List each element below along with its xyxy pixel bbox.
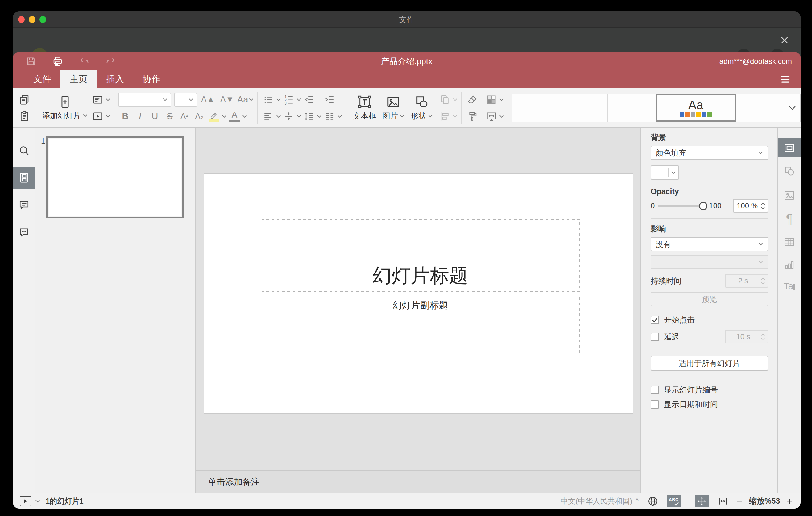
redo-button[interactable] bbox=[104, 54, 118, 68]
theme-gallery-expand-button[interactable] bbox=[784, 94, 801, 122]
opacity-max-label: 100 bbox=[709, 202, 721, 210]
text-art-settings-button[interactable]: Ta bbox=[778, 277, 801, 296]
numbering-button[interactable]: 123 bbox=[282, 93, 301, 107]
horizontal-align-button[interactable] bbox=[261, 109, 281, 123]
start-slideshow-button[interactable] bbox=[91, 109, 111, 123]
dialog-header-strip bbox=[13, 28, 801, 53]
background-color-picker[interactable] bbox=[651, 165, 679, 180]
text-art-icon: Ta bbox=[784, 281, 793, 291]
bold-button[interactable]: B bbox=[118, 109, 132, 123]
tab-insert[interactable]: 插入 bbox=[97, 70, 133, 88]
strikethrough-button[interactable]: S bbox=[163, 109, 177, 123]
image-settings-button[interactable] bbox=[778, 186, 801, 205]
align-shape-button[interactable] bbox=[438, 109, 458, 123]
bullets-button[interactable] bbox=[261, 93, 281, 107]
insert-textbox-button[interactable]: 文本框 bbox=[350, 91, 379, 125]
opacity-spinbox[interactable]: 100 % bbox=[733, 199, 768, 212]
undo-button[interactable] bbox=[77, 54, 91, 68]
paragraph-settings-button[interactable]: ¶ bbox=[778, 209, 801, 228]
delay-checkbox[interactable] bbox=[651, 333, 659, 341]
arrange-shape-button[interactable] bbox=[438, 93, 458, 107]
duration-label: 持续时间 bbox=[651, 276, 682, 286]
show-date-time-checkbox[interactable] bbox=[651, 400, 659, 409]
chat-panel-button[interactable] bbox=[13, 222, 35, 243]
chevron-down-icon[interactable] bbox=[35, 499, 40, 503]
notes-area[interactable]: 单击添加备注 bbox=[196, 470, 640, 493]
spellcheck-icon: ABC bbox=[669, 497, 679, 502]
highlight-color-button[interactable] bbox=[207, 109, 227, 123]
set-language-button[interactable] bbox=[646, 495, 660, 507]
slide-size-icon bbox=[486, 111, 497, 122]
line-spacing-button[interactable] bbox=[302, 109, 322, 123]
increase-font-button[interactable]: A▲ bbox=[201, 93, 215, 107]
spinner-arrows[interactable] bbox=[761, 202, 765, 209]
paste-button[interactable] bbox=[17, 109, 31, 123]
italic-button[interactable]: I bbox=[133, 109, 147, 123]
table-settings-button[interactable] bbox=[778, 232, 801, 252]
font-color-button[interactable]: A bbox=[227, 109, 247, 123]
color-scheme-button[interactable] bbox=[484, 93, 504, 107]
theme-thumbnail[interactable] bbox=[608, 94, 656, 122]
clear-style-button[interactable] bbox=[465, 93, 480, 107]
language-selector[interactable]: 中文(中华人民共和国) ^ bbox=[560, 496, 639, 506]
theme-thumbnail[interactable] bbox=[736, 94, 784, 122]
slide-layout-button[interactable] bbox=[91, 93, 111, 107]
start-on-click-checkbox[interactable] bbox=[651, 316, 659, 324]
increase-indent-button[interactable] bbox=[322, 93, 337, 107]
chevron-down-icon bbox=[453, 114, 458, 118]
tab-file[interactable]: 文件 bbox=[24, 70, 60, 88]
save-button[interactable] bbox=[24, 54, 38, 68]
slide-thumbnail[interactable] bbox=[46, 136, 183, 219]
shape-settings-button[interactable] bbox=[778, 162, 801, 180]
search-panel-button[interactable] bbox=[13, 140, 35, 162]
change-case-button[interactable]: Aa bbox=[237, 93, 254, 107]
theme-thumbnail[interactable] bbox=[512, 94, 560, 122]
app-window: 文件 产品介绍 bbox=[13, 11, 801, 509]
comments-panel-button[interactable] bbox=[13, 194, 35, 216]
theme-thumbnail[interactable] bbox=[560, 94, 608, 122]
background-fill-select[interactable]: 颜色填充 bbox=[651, 146, 768, 160]
spell-check-button[interactable]: ABC bbox=[667, 495, 681, 507]
decrease-font-button[interactable]: A▼ bbox=[220, 93, 234, 107]
chart-settings-button[interactable] bbox=[778, 256, 801, 275]
start-slideshow-status-button[interactable] bbox=[20, 496, 31, 506]
font-name-combobox[interactable] bbox=[118, 93, 171, 107]
close-dialog-button[interactable] bbox=[778, 33, 791, 47]
effect-select[interactable]: 没有 bbox=[651, 237, 768, 251]
apply-to-all-slides-button[interactable]: 适用于所有幻灯片 bbox=[651, 356, 768, 371]
slides-panel-button[interactable] bbox=[13, 167, 35, 189]
print-button[interactable] bbox=[51, 54, 65, 68]
insert-image-button[interactable]: 图片 bbox=[379, 91, 408, 125]
theme-thumbnail-selected[interactable]: Aa bbox=[656, 94, 736, 122]
slide-settings-button[interactable] bbox=[778, 138, 801, 157]
font-size-combobox[interactable] bbox=[174, 93, 197, 107]
vertical-align-button[interactable] bbox=[282, 109, 301, 123]
copy-style-button[interactable] bbox=[465, 109, 480, 123]
menu-button[interactable] bbox=[778, 73, 792, 86]
insert-shape-button[interactable]: 形状 bbox=[408, 91, 436, 125]
tab-collaboration[interactable]: 协作 bbox=[133, 70, 170, 88]
fit-to-width-button[interactable] bbox=[716, 495, 730, 507]
slide-size-button[interactable] bbox=[484, 109, 504, 123]
fit-to-slide-button[interactable] bbox=[695, 495, 709, 507]
zoom-out-button[interactable]: − bbox=[737, 496, 743, 506]
decrease-indent-button[interactable] bbox=[302, 93, 316, 107]
subtitle-placeholder[interactable]: 幻灯片副标题 bbox=[261, 295, 580, 354]
copy-button[interactable] bbox=[17, 93, 31, 107]
right-rail: ¶ Ta bbox=[778, 128, 801, 493]
opacity-slider-knob[interactable] bbox=[699, 202, 707, 210]
chevron-down-icon bbox=[400, 114, 404, 118]
title-placeholder[interactable]: 幻灯片标题 bbox=[261, 219, 580, 292]
zoom-in-button[interactable]: + bbox=[787, 496, 792, 506]
add-slide-button[interactable]: 添加幻灯片 bbox=[39, 91, 91, 125]
chevron-down-icon bbox=[106, 98, 111, 102]
chevron-down-icon bbox=[242, 114, 247, 118]
slide-editing-area[interactable]: 幻灯片标题 幻灯片副标题 bbox=[204, 174, 633, 413]
tab-home[interactable]: 主页 bbox=[60, 70, 97, 88]
columns-button[interactable] bbox=[322, 109, 342, 123]
show-slide-number-checkbox[interactable] bbox=[651, 386, 659, 394]
subscript-button[interactable]: A₂ bbox=[192, 109, 206, 123]
underline-button[interactable]: U bbox=[148, 109, 162, 123]
superscript-button[interactable]: A² bbox=[177, 109, 192, 123]
chevron-down-icon bbox=[761, 206, 765, 209]
